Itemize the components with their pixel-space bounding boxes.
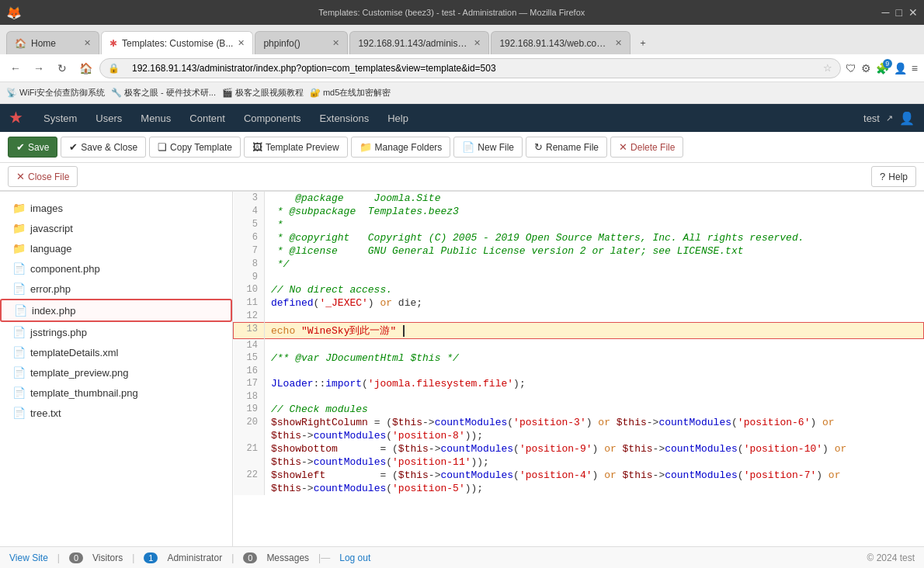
folder-images-icon: 📁 — [12, 202, 26, 214]
bookmark-md5[interactable]: 🔐 md5在线加密解密 — [310, 87, 391, 99]
templates-tab-close[interactable]: ✕ — [238, 38, 245, 48]
help-label: Help — [888, 171, 908, 182]
tab-templates[interactable]: ✱ Templates: Customise (B... ✕ — [101, 31, 253, 54]
tab-phpinfo[interactable]: phpinfo() ✕ — [255, 31, 348, 54]
address-input[interactable] — [124, 58, 818, 78]
sidebar-item-template-details-xml[interactable]: 📄 templateDetails.xml — [0, 342, 232, 362]
menu-components[interactable]: Components — [234, 104, 311, 132]
joomla-nav-menu: System Users Menus Content Components Ex… — [34, 104, 418, 132]
code-line-12: 12 — [234, 310, 924, 323]
preview-icon: 🖼 — [252, 141, 262, 153]
forward-button[interactable]: → — [30, 59, 48, 78]
log-out-link[interactable]: Log out — [339, 552, 370, 563]
code-area[interactable]: 3 @package Joomla.Site 4 * @subpackage T… — [233, 192, 924, 546]
file-component-icon: 📄 — [12, 262, 26, 275]
sidebar-item-template-thumbnail-png[interactable]: 📄 template_thumbnail.png — [0, 383, 232, 403]
sidebar-item-index-php[interactable]: 📄 index.php — [0, 299, 232, 322]
file-jsstrings-label: jsstrings.php — [30, 327, 87, 338]
tab-home[interactable]: 🏠 Home ✕ — [6, 31, 99, 54]
manage-folders-button[interactable]: 📁 Manage Folders — [351, 137, 451, 158]
help-button[interactable]: ? Help — [871, 166, 916, 187]
home-tab-close[interactable]: ✕ — [84, 38, 91, 48]
code-line-8: 8 */ — [234, 258, 924, 271]
browser-tabs: 🏠 Home ✕ ✱ Templates: Customise (B... ✕ … — [0, 25, 924, 54]
star-icon[interactable]: ☆ — [823, 62, 832, 74]
main-content: 📁 images 📁 javascript 📁 language 📄 compo… — [0, 192, 924, 546]
new-tab-button[interactable]: ＋ — [632, 31, 654, 54]
extensions-icon[interactable]: 🧩9 — [876, 62, 889, 74]
help-icon: ? — [880, 171, 885, 182]
code-line-13[interactable]: 13 echo "WineSky到此一游" — [234, 323, 924, 339]
tab-admin2[interactable]: 192.168.91.143/web.config.tx... ✕ — [491, 31, 630, 54]
rename-icon: ↻ — [534, 141, 543, 153]
minimize-icon[interactable]: ─ — [882, 6, 890, 19]
wifi-icon: 📡 — [6, 88, 17, 98]
profile-icon[interactable]: 👤 — [894, 62, 907, 74]
close-file-label: Close File — [28, 171, 69, 182]
settings-icon[interactable]: ⚙ — [861, 62, 871, 74]
user-label[interactable]: test — [863, 113, 880, 124]
copy-template-button[interactable]: ❏ Copy Template — [149, 137, 241, 158]
maximize-icon[interactable]: □ — [896, 6, 902, 19]
admin2-tab-close[interactable]: ✕ — [615, 38, 622, 48]
templates-tab-icon: ✱ — [109, 38, 117, 49]
bookmark-wifi-label: WiFi安全侦查防御系统 — [19, 87, 105, 99]
tab-admin1[interactable]: 192.168.91.143/administrato... ✕ — [349, 31, 489, 54]
menu-icon[interactable]: ≡ — [912, 62, 918, 74]
code-line-21a: 21 $showbottom = ($this->countModules('p… — [234, 442, 924, 455]
home-button[interactable]: 🏠 — [76, 59, 95, 78]
user-avatar-icon[interactable]: 👤 — [899, 111, 915, 126]
code-line-3: 3 @package Joomla.Site — [234, 192, 924, 205]
admin1-tab-close[interactable]: ✕ — [474, 38, 481, 48]
bookmark-jijue2[interactable]: 🎬 极客之眼视频教程 — [222, 87, 304, 99]
joomla-logo[interactable]: ★ — [9, 109, 22, 126]
menu-users[interactable]: Users — [86, 104, 131, 132]
sidebar: 📁 images 📁 javascript 📁 language 📄 compo… — [0, 192, 233, 546]
sidebar-item-tree-txt[interactable]: 📄 tree.txt — [0, 403, 232, 423]
new-file-button[interactable]: 📄 New File — [453, 137, 523, 158]
folder-javascript-label: javascript — [30, 223, 73, 234]
menu-content[interactable]: Content — [180, 104, 234, 132]
code-line-22a: 22 $showleft = ($this->countModules('pos… — [234, 469, 924, 482]
menu-extensions[interactable]: Extensions — [311, 104, 379, 132]
toolbar2: ✕ Close File ? Help — [0, 163, 924, 192]
sidebar-item-jsstrings-php[interactable]: 📄 jsstrings.php — [0, 322, 232, 342]
sidebar-item-component-php[interactable]: 📄 component.php — [0, 258, 232, 279]
address-bar: ← → ↻ 🏠 🔒 ☆ 🛡 ⚙ 🧩9 👤 ≡ — [0, 54, 924, 82]
menu-menus[interactable]: Menus — [131, 104, 180, 132]
view-site-link[interactable]: View Site — [9, 552, 48, 563]
sidebar-item-template-preview-png[interactable]: 📄 template_preview.png — [0, 362, 232, 383]
delete-file-button[interactable]: ✕ Delete File — [610, 137, 683, 158]
shield-icon[interactable]: 🛡 — [846, 62, 856, 74]
template-preview-button[interactable]: 🖼 Template Preview — [244, 137, 348, 158]
lock-icon: 🔒 — [108, 63, 120, 74]
back-button[interactable]: ← — [6, 59, 25, 78]
phpinfo-tab-close[interactable]: ✕ — [332, 38, 339, 48]
admin2-tab-label: 192.168.91.143/web.config.tx... — [499, 38, 610, 49]
code-line-20a: 20 $showRightColumn = ($this->countModul… — [234, 416, 924, 429]
browser-title: Templates: Customise (beez3) - test - Ad… — [25, 8, 879, 17]
sidebar-item-language[interactable]: 📁 language — [0, 238, 232, 258]
sidebar-item-javascript[interactable]: 📁 javascript — [0, 218, 232, 238]
new-file-label: New File — [478, 142, 514, 153]
folder-language-icon: 📁 — [12, 242, 26, 255]
reload-button[interactable]: ↻ — [53, 59, 71, 78]
administrator-label: Administrator — [167, 552, 222, 563]
close-file-button[interactable]: ✕ Close File — [8, 166, 78, 187]
bookmark-jijue1[interactable]: 🔧 极客之眼 - 硬件技术研... — [111, 87, 216, 99]
sidebar-item-error-php[interactable]: 📄 error.php — [0, 279, 232, 299]
save-close-icon: ✔ — [69, 141, 78, 153]
save-close-button[interactable]: ✔ Save & Close — [61, 137, 146, 158]
menu-system[interactable]: System — [34, 104, 86, 132]
file-error-icon: 📄 — [12, 282, 26, 295]
rename-file-button[interactable]: ↻ Rename File — [526, 137, 607, 158]
delete-icon: ✕ — [619, 141, 627, 153]
manage-folders-label: Manage Folders — [375, 142, 443, 153]
save-button[interactable]: ✔ Save — [8, 137, 57, 158]
sidebar-item-images[interactable]: 📁 images — [0, 198, 232, 218]
close-window-icon[interactable]: ✕ — [908, 6, 918, 19]
status-separator-3: | — [231, 552, 234, 563]
bookmark-wifi[interactable]: 📡 WiFi安全侦查防御系统 — [6, 87, 105, 99]
menu-help[interactable]: Help — [378, 104, 418, 132]
file-templatedetails-label: templateDetails.xml — [30, 347, 118, 358]
